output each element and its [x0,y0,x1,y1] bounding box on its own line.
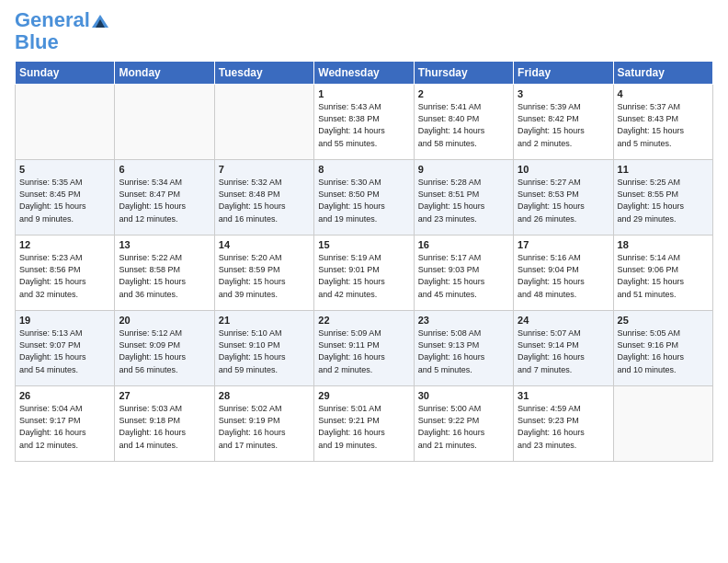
calendar-cell: 24Sunrise: 5:07 AM Sunset: 9:14 PM Dayli… [514,311,613,386]
day-number: 26 [19,390,110,401]
calendar-cell: 9Sunrise: 5:28 AM Sunset: 8:51 PM Daylig… [414,160,513,236]
calendar-cell: 21Sunrise: 5:10 AM Sunset: 9:10 PM Dayli… [214,311,313,386]
logo: General Blue [15,9,108,53]
day-info: Sunrise: 5:16 AM Sunset: 9:04 PM Dayligh… [518,252,609,300]
day-info: Sunrise: 5:08 AM Sunset: 9:13 PM Dayligh… [418,327,509,375]
calendar-cell [214,85,313,160]
calendar-header-row: SundayMondayTuesdayWednesdayThursdayFrid… [16,62,713,85]
col-header-saturday: Saturday [613,62,712,85]
day-number: 28 [219,390,310,401]
day-number: 30 [418,390,509,401]
day-number: 8 [318,164,409,175]
calendar-cell: 26Sunrise: 5:04 AM Sunset: 9:17 PM Dayli… [16,386,115,462]
day-number: 4 [618,88,709,99]
day-info: Sunrise: 5:39 AM Sunset: 8:42 PM Dayligh… [518,101,609,149]
day-info: Sunrise: 5:13 AM Sunset: 9:07 PM Dayligh… [19,327,110,375]
day-number: 31 [518,390,609,401]
calendar-cell: 17Sunrise: 5:16 AM Sunset: 9:04 PM Dayli… [514,236,613,311]
calendar-cell: 29Sunrise: 5:01 AM Sunset: 9:21 PM Dayli… [314,386,414,462]
day-number: 15 [318,239,409,250]
calendar-cell: 19Sunrise: 5:13 AM Sunset: 9:07 PM Dayli… [16,311,115,386]
day-number: 1 [318,88,409,99]
day-info: Sunrise: 5:34 AM Sunset: 8:47 PM Dayligh… [119,177,210,224]
calendar-cell: 22Sunrise: 5:09 AM Sunset: 9:11 PM Dayli… [314,311,414,386]
page-header: General Blue [15,9,713,53]
calendar-cell: 23Sunrise: 5:08 AM Sunset: 9:13 PM Dayli… [414,311,513,386]
day-number: 22 [318,315,409,326]
calendar-cell: 11Sunrise: 5:25 AM Sunset: 8:55 PM Dayli… [613,160,712,236]
day-info: Sunrise: 5:12 AM Sunset: 9:09 PM Dayligh… [119,327,210,375]
day-number: 16 [418,239,509,250]
calendar-cell: 20Sunrise: 5:12 AM Sunset: 9:09 PM Dayli… [115,311,214,386]
calendar-cell: 3Sunrise: 5:39 AM Sunset: 8:42 PM Daylig… [514,85,613,160]
calendar-week-4: 19Sunrise: 5:13 AM Sunset: 9:07 PM Dayli… [16,311,713,386]
calendar-cell: 4Sunrise: 5:37 AM Sunset: 8:43 PM Daylig… [613,85,712,160]
day-number: 20 [119,315,210,326]
day-number: 12 [19,239,110,250]
day-info: Sunrise: 5:41 AM Sunset: 8:40 PM Dayligh… [418,101,509,149]
day-info: Sunrise: 5:01 AM Sunset: 9:21 PM Dayligh… [318,403,409,451]
day-info: Sunrise: 5:07 AM Sunset: 9:14 PM Dayligh… [518,327,609,375]
logo-text: General Blue [15,9,108,53]
day-info: Sunrise: 5:14 AM Sunset: 9:06 PM Dayligh… [618,252,709,300]
day-info: Sunrise: 5:04 AM Sunset: 9:17 PM Dayligh… [19,403,110,451]
calendar-week-1: 1Sunrise: 5:43 AM Sunset: 8:38 PM Daylig… [16,85,713,160]
day-number: 18 [618,239,709,250]
day-number: 3 [518,88,609,99]
day-info: Sunrise: 5:25 AM Sunset: 8:55 PM Dayligh… [618,177,709,224]
day-info: Sunrise: 5:05 AM Sunset: 9:16 PM Dayligh… [618,327,709,375]
calendar-week-3: 12Sunrise: 5:23 AM Sunset: 8:56 PM Dayli… [16,236,713,311]
day-info: Sunrise: 5:20 AM Sunset: 8:59 PM Dayligh… [219,252,310,300]
calendar-cell [115,85,214,160]
day-number: 21 [219,315,310,326]
day-info: Sunrise: 5:35 AM Sunset: 8:45 PM Dayligh… [19,177,110,224]
page-container: General Blue SundayMondayTuesdayWednesda… [0,0,728,469]
day-number: 14 [219,239,310,250]
day-number: 5 [19,164,110,175]
day-info: Sunrise: 5:09 AM Sunset: 9:11 PM Dayligh… [318,327,409,375]
day-info: Sunrise: 5:02 AM Sunset: 9:19 PM Dayligh… [219,403,310,451]
calendar-cell: 7Sunrise: 5:32 AM Sunset: 8:48 PM Daylig… [214,160,313,236]
day-info: Sunrise: 5:30 AM Sunset: 8:50 PM Dayligh… [318,177,409,224]
day-number: 6 [119,164,210,175]
calendar-cell [613,386,712,462]
day-number: 27 [119,390,210,401]
col-header-monday: Monday [115,62,214,85]
col-header-friday: Friday [514,62,613,85]
calendar-cell: 16Sunrise: 5:17 AM Sunset: 9:03 PM Dayli… [414,236,513,311]
col-header-thursday: Thursday [414,62,513,85]
day-number: 2 [418,88,509,99]
day-info: Sunrise: 5:19 AM Sunset: 9:01 PM Dayligh… [318,252,409,300]
calendar-week-2: 5Sunrise: 5:35 AM Sunset: 8:45 PM Daylig… [16,160,713,236]
calendar-cell: 14Sunrise: 5:20 AM Sunset: 8:59 PM Dayli… [214,236,313,311]
day-number: 25 [618,315,709,326]
col-header-sunday: Sunday [16,62,115,85]
day-number: 13 [119,239,210,250]
calendar-cell: 18Sunrise: 5:14 AM Sunset: 9:06 PM Dayli… [613,236,712,311]
logo-blue: Blue [15,30,59,53]
col-header-tuesday: Tuesday [214,62,313,85]
logo-icon [92,15,108,28]
day-info: Sunrise: 5:00 AM Sunset: 9:22 PM Dayligh… [418,403,509,451]
day-info: Sunrise: 5:27 AM Sunset: 8:53 PM Dayligh… [518,177,609,224]
day-number: 17 [518,239,609,250]
col-header-wednesday: Wednesday [314,62,414,85]
calendar-week-5: 26Sunrise: 5:04 AM Sunset: 9:17 PM Dayli… [16,386,713,462]
day-info: Sunrise: 5:23 AM Sunset: 8:56 PM Dayligh… [19,252,110,300]
day-info: Sunrise: 5:37 AM Sunset: 8:43 PM Dayligh… [618,101,709,149]
day-info: Sunrise: 4:59 AM Sunset: 9:23 PM Dayligh… [518,403,609,451]
calendar-cell: 5Sunrise: 5:35 AM Sunset: 8:45 PM Daylig… [16,160,115,236]
day-info: Sunrise: 5:32 AM Sunset: 8:48 PM Dayligh… [219,177,310,224]
calendar-cell: 27Sunrise: 5:03 AM Sunset: 9:18 PM Dayli… [115,386,214,462]
day-number: 11 [618,164,709,175]
calendar-table: SundayMondayTuesdayWednesdayThursdayFrid… [15,61,713,462]
day-number: 10 [518,164,609,175]
day-info: Sunrise: 5:28 AM Sunset: 8:51 PM Dayligh… [418,177,509,224]
calendar-cell: 25Sunrise: 5:05 AM Sunset: 9:16 PM Dayli… [613,311,712,386]
calendar-cell: 31Sunrise: 4:59 AM Sunset: 9:23 PM Dayli… [514,386,613,462]
day-info: Sunrise: 5:22 AM Sunset: 8:58 PM Dayligh… [119,252,210,300]
calendar-cell [16,85,115,160]
calendar-cell: 30Sunrise: 5:00 AM Sunset: 9:22 PM Dayli… [414,386,513,462]
calendar-cell: 13Sunrise: 5:22 AM Sunset: 8:58 PM Dayli… [115,236,214,311]
calendar-cell: 10Sunrise: 5:27 AM Sunset: 8:53 PM Dayli… [514,160,613,236]
